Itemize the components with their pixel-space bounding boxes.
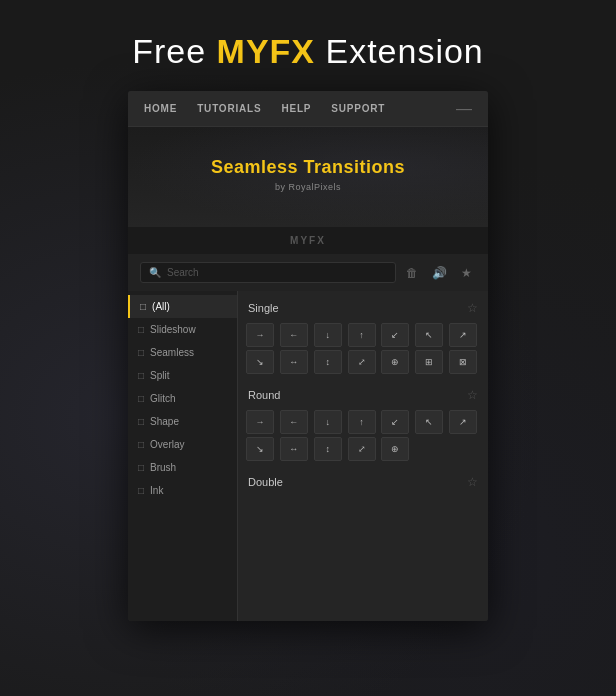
sidebar-item-split[interactable]: □ Split bbox=[128, 364, 237, 387]
section-header-double: Double ☆ bbox=[246, 475, 480, 489]
transition-btn[interactable]: ↓ bbox=[314, 323, 342, 347]
transition-btn[interactable]: ↘ bbox=[246, 350, 274, 374]
sidebar-item-ink[interactable]: □ Ink bbox=[128, 479, 237, 502]
transition-btn[interactable]: ↔ bbox=[280, 437, 308, 461]
sidebar-label-split: Split bbox=[150, 370, 169, 381]
transition-btn[interactable]: ↙ bbox=[381, 410, 409, 434]
transition-btn[interactable]: ↖ bbox=[415, 410, 443, 434]
transition-btn[interactable]: ⤢ bbox=[348, 437, 376, 461]
hero-subtitle: by RoyalPixels bbox=[148, 182, 468, 192]
myfx-label: MYFX bbox=[128, 227, 488, 254]
hero-title: Seamless Transitions bbox=[148, 157, 468, 178]
folder-icon-seamless: □ bbox=[138, 347, 144, 358]
nav-item-tutorials[interactable]: TUTORIALS bbox=[187, 91, 271, 126]
transition-btn[interactable]: ⊕ bbox=[381, 350, 409, 374]
nav-bar: HOME TUTORIALS HELP SUPPORT — bbox=[128, 91, 488, 127]
sidebar-label-all: (All) bbox=[152, 301, 170, 312]
page-title: Free MYFX Extension bbox=[20, 32, 596, 71]
sidebar: □ (All) □ Slideshow □ Seamless □ Split □… bbox=[128, 291, 238, 621]
transition-btn[interactable]: ↖ bbox=[415, 323, 443, 347]
nav-dash[interactable]: — bbox=[456, 101, 472, 117]
folder-icon-all: □ bbox=[140, 301, 146, 312]
transition-btn[interactable]: ⤢ bbox=[348, 350, 376, 374]
section-title-double: Double bbox=[248, 476, 283, 488]
section-star-single[interactable]: ☆ bbox=[467, 301, 478, 315]
section-star-round[interactable]: ☆ bbox=[467, 388, 478, 402]
folder-icon-shape: □ bbox=[138, 416, 144, 427]
sidebar-item-all[interactable]: □ (All) bbox=[128, 295, 237, 318]
brand-name: MYFX bbox=[217, 32, 315, 70]
sidebar-item-brush[interactable]: □ Brush bbox=[128, 456, 237, 479]
folder-icon-overlay: □ bbox=[138, 439, 144, 450]
content-area: Single ☆ → ← ↓ ↑ ↙ ↖ ↗ ↘ ↔ ↕ ⤢ ⊕ ⊞ ⊠ bbox=[238, 291, 488, 621]
toolbar: 🔍 Search 🗑 🔊 ★ bbox=[128, 254, 488, 291]
transition-btn[interactable]: ⊞ bbox=[415, 350, 443, 374]
folder-icon-split: □ bbox=[138, 370, 144, 381]
transition-btn[interactable]: ↑ bbox=[348, 410, 376, 434]
transition-btn[interactable]: ← bbox=[280, 410, 308, 434]
nav-item-help[interactable]: HELP bbox=[271, 91, 321, 126]
nav-item-support[interactable]: SUPPORT bbox=[321, 91, 395, 126]
main-panel: HOME TUTORIALS HELP SUPPORT — Seamless T… bbox=[128, 91, 488, 621]
folder-icon-brush: □ bbox=[138, 462, 144, 473]
sidebar-label-ink: Ink bbox=[150, 485, 163, 496]
nav-item-home[interactable]: HOME bbox=[144, 91, 187, 126]
sidebar-item-shape[interactable]: □ Shape bbox=[128, 410, 237, 433]
transition-btn[interactable]: → bbox=[246, 410, 274, 434]
section-header-round: Round ☆ bbox=[246, 388, 480, 402]
sidebar-item-slideshow[interactable]: □ Slideshow bbox=[128, 318, 237, 341]
audio-button[interactable]: 🔊 bbox=[428, 264, 451, 282]
transition-btn[interactable]: ↓ bbox=[314, 410, 342, 434]
sidebar-item-seamless[interactable]: □ Seamless bbox=[128, 341, 237, 364]
transition-grid-single-row1: → ← ↓ ↑ ↙ ↖ ↗ ↘ ↔ ↕ ⤢ ⊕ ⊞ ⊠ bbox=[246, 323, 480, 374]
transition-btn[interactable]: ⊠ bbox=[449, 350, 477, 374]
transition-btn[interactable]: ↕ bbox=[314, 437, 342, 461]
search-icon: 🔍 bbox=[149, 267, 161, 278]
section-title-single: Single bbox=[248, 302, 279, 314]
hero-section: Seamless Transitions by RoyalPixels bbox=[128, 127, 488, 227]
sidebar-label-shape: Shape bbox=[150, 416, 179, 427]
transition-btn[interactable]: ↕ bbox=[314, 350, 342, 374]
transition-btn[interactable]: ↙ bbox=[381, 323, 409, 347]
title-prefix: Free bbox=[132, 32, 216, 70]
page-header: Free MYFX Extension bbox=[0, 0, 616, 91]
section-header-single: Single ☆ bbox=[246, 301, 480, 315]
section-title-round: Round bbox=[248, 389, 280, 401]
sidebar-label-seamless: Seamless bbox=[150, 347, 194, 358]
favorites-button[interactable]: ★ bbox=[457, 264, 476, 282]
sidebar-label-glitch: Glitch bbox=[150, 393, 176, 404]
transition-btn[interactable]: ⊕ bbox=[381, 437, 409, 461]
main-content: □ (All) □ Slideshow □ Seamless □ Split □… bbox=[128, 291, 488, 621]
transition-btn[interactable]: ↗ bbox=[449, 323, 477, 347]
transition-btn[interactable]: ← bbox=[280, 323, 308, 347]
folder-icon-slideshow: □ bbox=[138, 324, 144, 335]
transition-grid-round: → ← ↓ ↑ ↙ ↖ ↗ ↘ ↔ ↕ ⤢ ⊕ bbox=[246, 410, 480, 461]
transition-btn[interactable]: → bbox=[246, 323, 274, 347]
sidebar-label-slideshow: Slideshow bbox=[150, 324, 196, 335]
sidebar-item-overlay[interactable]: □ Overlay bbox=[128, 433, 237, 456]
folder-icon-glitch: □ bbox=[138, 393, 144, 404]
sidebar-item-glitch[interactable]: □ Glitch bbox=[128, 387, 237, 410]
delete-button[interactable]: 🗑 bbox=[402, 264, 422, 282]
transition-btn[interactable]: ↔ bbox=[280, 350, 308, 374]
sidebar-label-overlay: Overlay bbox=[150, 439, 184, 450]
sidebar-label-brush: Brush bbox=[150, 462, 176, 473]
search-box[interactable]: 🔍 Search bbox=[140, 262, 396, 283]
transition-btn[interactable]: ↗ bbox=[449, 410, 477, 434]
title-suffix: Extension bbox=[315, 32, 484, 70]
transition-btn[interactable]: ↑ bbox=[348, 323, 376, 347]
section-star-double[interactable]: ☆ bbox=[467, 475, 478, 489]
transition-btn[interactable]: ↘ bbox=[246, 437, 274, 461]
folder-icon-ink: □ bbox=[138, 485, 144, 496]
search-placeholder: Search bbox=[167, 267, 199, 278]
